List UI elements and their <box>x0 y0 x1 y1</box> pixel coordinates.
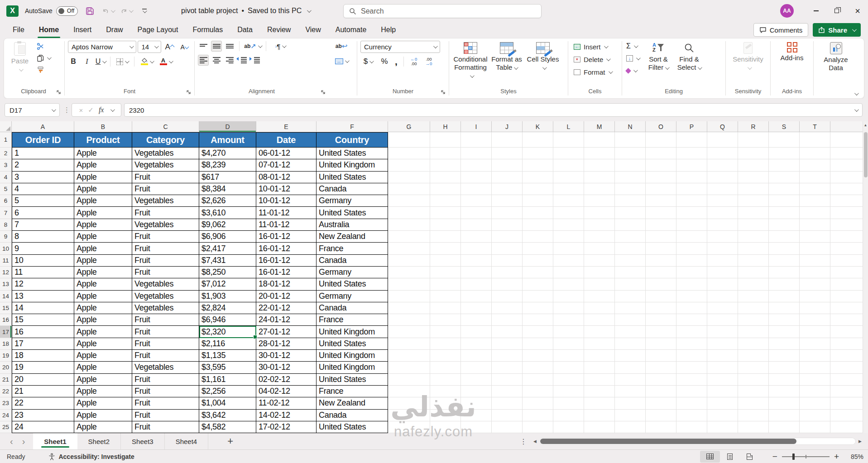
cell-B2[interactable]: Apple <box>74 148 132 159</box>
cell-I14[interactable] <box>461 291 492 302</box>
cell-L17[interactable] <box>553 326 584 338</box>
middle-align-button[interactable] <box>211 41 222 52</box>
cell-M10[interactable] <box>584 243 615 254</box>
cell-T15[interactable] <box>800 302 830 314</box>
cell-D6[interactable]: $2,626 <box>199 195 256 207</box>
cell-T1[interactable] <box>800 132 830 148</box>
cell-S1[interactable] <box>769 132 800 148</box>
cell-F22[interactable]: France <box>317 386 388 397</box>
cell-Q9[interactable] <box>707 231 738 243</box>
cell-Q10[interactable] <box>707 243 738 254</box>
cell-P2[interactable] <box>676 148 707 159</box>
cell-H8[interactable] <box>430 219 461 231</box>
row-header-20[interactable]: 20 <box>0 362 11 373</box>
fill-button[interactable]: ↓ <box>625 53 640 64</box>
cell-D21[interactable]: $1,161 <box>199 374 256 386</box>
cell-O22[interactable] <box>646 386 676 397</box>
row-header-14[interactable]: 14 <box>0 291 11 302</box>
cell-K21[interactable] <box>523 374 553 386</box>
cell-I19[interactable] <box>461 350 492 362</box>
italic-button[interactable]: I <box>82 56 92 67</box>
cell-L19[interactable] <box>553 350 584 362</box>
cell-C25[interactable]: Fruit <box>132 421 199 433</box>
undo-button[interactable] <box>102 5 114 17</box>
cell-P24[interactable] <box>676 410 707 421</box>
cell-A18[interactable]: 17 <box>12 338 74 350</box>
cell-G21[interactable] <box>388 374 430 386</box>
delete-cells-button[interactable]: × Delete <box>571 53 612 65</box>
row-header-8[interactable]: 8 <box>0 219 11 231</box>
cell-H25[interactable] <box>430 421 461 433</box>
cell-T7[interactable] <box>800 207 830 219</box>
cell-O12[interactable] <box>646 267 676 278</box>
cell-O7[interactable] <box>646 207 676 219</box>
cell-F10[interactable]: France <box>317 243 388 254</box>
cell-H7[interactable] <box>430 207 461 219</box>
cell-P3[interactable] <box>676 159 707 171</box>
cell-O17[interactable] <box>646 326 676 338</box>
enter-button[interactable]: ✓ <box>88 106 94 114</box>
cell-B8[interactable]: Apple <box>74 219 132 231</box>
cell-M14[interactable] <box>584 291 615 302</box>
zoom-in-button[interactable]: + <box>834 452 839 461</box>
cell-Q8[interactable] <box>707 219 738 231</box>
font-size-combo[interactable]: 14 <box>138 41 161 53</box>
cell-K25[interactable] <box>523 421 553 433</box>
cell-B9[interactable]: Apple <box>74 231 132 243</box>
cell-D4[interactable]: $617 <box>199 172 256 183</box>
cell-C22[interactable]: Fruit <box>132 386 199 397</box>
cell-S2[interactable] <box>769 148 800 159</box>
cell-S4[interactable] <box>769 172 800 183</box>
cell-J20[interactable] <box>492 362 523 373</box>
column-header-O[interactable]: O <box>646 121 676 132</box>
column-header-S[interactable]: S <box>769 121 800 132</box>
cell-F25[interactable]: United States <box>317 421 388 433</box>
clear-button[interactable] <box>625 65 640 76</box>
clipboard-dialog-launcher[interactable] <box>56 90 62 95</box>
cell-Q20[interactable] <box>707 362 738 373</box>
cell-R20[interactable] <box>738 362 769 373</box>
cell-O13[interactable] <box>646 278 676 290</box>
paste-button[interactable]: Paste <box>6 41 34 73</box>
cell-G15[interactable] <box>388 302 430 314</box>
cell-F18[interactable]: United States <box>317 338 388 350</box>
cell-L13[interactable] <box>553 278 584 290</box>
cell-R15[interactable] <box>738 302 769 314</box>
cell-P10[interactable] <box>676 243 707 254</box>
select-all-corner[interactable] <box>0 121 12 132</box>
cell-Q11[interactable] <box>707 255 738 267</box>
cell-K10[interactable] <box>523 243 553 254</box>
cell-T3[interactable] <box>800 159 830 171</box>
cell-G12[interactable] <box>388 267 430 278</box>
cell-F9[interactable]: New Zealand <box>317 231 388 243</box>
cell-L9[interactable] <box>553 231 584 243</box>
customize-quick-access-button[interactable] <box>139 5 150 17</box>
cell-L24[interactable] <box>553 410 584 421</box>
cell-D24[interactable]: $3,642 <box>199 410 256 421</box>
cell-C3[interactable]: Vegetables <box>132 159 199 171</box>
cell-M21[interactable] <box>584 374 615 386</box>
cell-L10[interactable] <box>553 243 584 254</box>
cell-T25[interactable] <box>800 421 830 433</box>
cell-D13[interactable]: $7,012 <box>199 278 256 290</box>
cell-J6[interactable] <box>492 195 523 207</box>
cell-E10[interactable]: 16-01-12 <box>256 243 317 254</box>
cell-R16[interactable] <box>738 314 769 326</box>
cell-O11[interactable] <box>646 255 676 267</box>
cell-C18[interactable]: Fruit <box>132 338 199 350</box>
increase-indent-button[interactable] <box>250 55 261 66</box>
cell-N13[interactable] <box>615 278 646 290</box>
cell-B20[interactable]: Apple <box>74 362 132 373</box>
cell-A9[interactable]: 8 <box>12 231 74 243</box>
cell-H19[interactable] <box>430 350 461 362</box>
cell-S11[interactable] <box>769 255 800 267</box>
cell-R25[interactable] <box>738 421 769 433</box>
sort-filter-button[interactable]: AZ Sort & Filter <box>643 41 674 72</box>
cell-I4[interactable] <box>461 172 492 183</box>
cell-M19[interactable] <box>584 350 615 362</box>
restore-button[interactable] <box>826 0 847 22</box>
cell-K13[interactable] <box>523 278 553 290</box>
cell-F6[interactable]: Germany <box>317 195 388 207</box>
row-header-7[interactable]: 7 <box>0 207 11 219</box>
percent-style-button[interactable]: % <box>379 56 390 67</box>
